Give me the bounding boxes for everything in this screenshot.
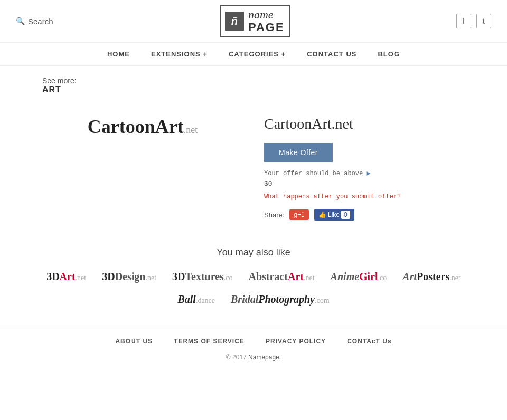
logo-page: PAGE [248,21,285,34]
footer-links: ABOUT US TERMS OF SERVICE PRIVACY POLICY… [0,338,507,345]
offer-amount: $0 [264,180,465,188]
domain-title: CartoonArt.net [264,116,465,132]
what-happens-link[interactable]: What happens after you submit offer? [264,193,465,201]
list-item[interactable]: Ball.dance [177,293,215,306]
footer-copyright: © 2017 Namepage. [0,354,507,361]
logo-net-text: .net [184,125,198,135]
share-label: Share: [264,211,284,219]
also-like-section: You may also like 3DArt.net 3DDesign.net… [0,242,507,327]
fb-like-label: 👍 Like [318,211,340,218]
search-area[interactable]: 🔍 Search [16,17,53,26]
nav-categories[interactable]: CATEGORIES + [229,50,286,58]
domain-logo-area: CartoonArt.net [42,110,243,221]
list-item[interactable]: AbstractArt.net [249,271,315,283]
footer: ABOUT US TERMS OF SERVICE PRIVACY POLICY… [0,327,507,366]
breadcrumb: See more: ART [0,66,507,100]
see-more-label: See more: [42,77,77,85]
nav-blog[interactable]: BLOG [378,50,400,58]
search-label: Search [28,17,53,26]
logo-cartoon-text: CartoonArt [88,116,184,137]
also-like-grid: 3DArt.net 3DDesign.net 3DTextures.co Abs… [42,271,465,306]
domain-logo-image: CartoonArt.net [88,116,198,138]
logo-name: name [248,8,285,21]
make-offer-button[interactable]: Make Offer [264,143,333,162]
offer-hint: Your offer should be above ► [264,169,465,178]
fb-like-button[interactable]: 👍 Like 0 [314,209,354,221]
footer-privacy[interactable]: PRIVACY POLICY [266,338,326,345]
nav-extensions[interactable]: EXTENSIONS + [151,50,208,58]
main-content: CartoonArt.net CartoonArt.net Make Offer… [0,100,507,242]
footer-contact[interactable]: CONTAcT Us [347,338,391,345]
gplus-label: g+1 [294,211,304,218]
list-item[interactable]: AnimeGirl.co [331,271,387,283]
list-item[interactable]: ArtPosters.net [402,271,461,283]
nav-home[interactable]: HOME [107,50,130,58]
art-link[interactable]: ART [42,85,465,94]
facebook-icon[interactable]: f [456,14,471,28]
list-item[interactable]: 3DDesign.net [102,271,156,283]
main-nav: HOME EXTENSIONS + CATEGORIES + CONTACT U… [0,43,507,66]
list-item[interactable]: 3DArt.net [46,271,86,283]
list-item[interactable]: 3DTextures.co [172,271,233,283]
logo[interactable]: ñ name PAGE [220,5,290,37]
domain-info: CartoonArt.net Make Offer Your offer sho… [264,110,465,221]
search-icon: 🔍 [16,17,25,25]
gplus-button[interactable]: g+1 [289,209,308,220]
offer-arrow-icon: ► [366,169,370,178]
fb-like-count: 0 [341,211,350,219]
footer-site-link[interactable]: Namepage. [248,354,281,361]
nav-contact[interactable]: CONTACT US [307,50,356,58]
header: 🔍 Search ñ name PAGE f t [0,0,507,43]
social-icons: f t [456,14,491,28]
share-area: Share: g+1 👍 Like 0 [264,209,465,221]
footer-terms[interactable]: TERMS OF SERVICE [174,338,245,345]
logo-icon: ñ [225,12,244,31]
twitter-icon[interactable]: t [476,14,491,28]
list-item[interactable]: BridalPhotography.com [231,293,330,306]
footer-about[interactable]: ABOUT US [115,338,153,345]
also-like-title: You may also like [42,247,465,258]
